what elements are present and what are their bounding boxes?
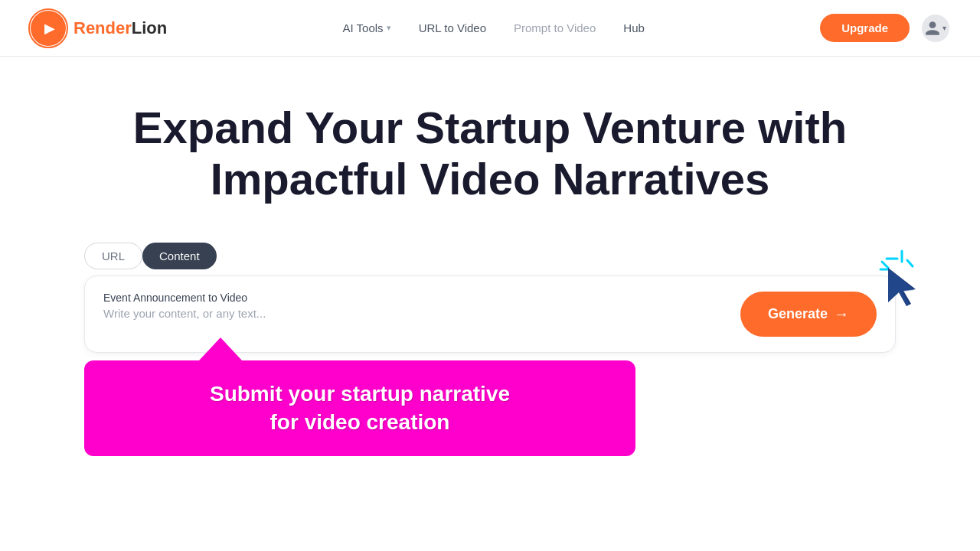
tooltip-text: Submit your startup narrative for video … (115, 380, 605, 436)
tab-group: URL Content (84, 243, 896, 269)
hero-title: Expand Your Startup Venture with Impactf… (31, 103, 949, 204)
input-label: Event Announcement to Video (103, 292, 728, 304)
nav-hub[interactable]: Hub (623, 21, 645, 34)
logo-text: RenderLion (74, 18, 167, 38)
navbar: RenderLion AI Tools ▾ URL to Video Promp… (0, 0, 980, 57)
nav-prompt-to-video[interactable]: Prompt to Video (514, 21, 596, 34)
input-area: Event Announcement to Video Write your c… (103, 292, 728, 320)
nav-ai-tools[interactable]: AI Tools ▾ (343, 21, 391, 34)
arrow-icon: → (834, 305, 849, 323)
upgrade-button[interactable]: Upgrade (820, 14, 910, 42)
tooltip-arrow (199, 337, 242, 360)
input-section: URL Content Event Announcement to Video … (84, 243, 896, 456)
chevron-down-icon: ▾ (387, 23, 391, 33)
avatar-chevron-icon: ▾ (942, 24, 946, 32)
nav-url-to-video[interactable]: URL to Video (419, 21, 486, 34)
nav-right: Upgrade ▾ (820, 14, 949, 42)
svg-line-4 (882, 262, 888, 268)
main-content: Expand Your Startup Venture with Impactf… (0, 57, 980, 456)
logo-icon (31, 11, 66, 46)
svg-line-2 (907, 260, 913, 266)
logo[interactable]: RenderLion (31, 11, 167, 46)
svg-marker-6 (888, 268, 914, 306)
tooltip-container: Submit your startup narrative for video … (84, 337, 896, 456)
tab-url[interactable]: URL (84, 243, 142, 269)
input-placeholder-text: Write your content, or any text... (103, 307, 728, 320)
cursor-icon (865, 245, 934, 314)
tooltip-box: Submit your startup narrative for video … (84, 360, 635, 456)
tab-content[interactable]: Content (142, 243, 217, 269)
user-avatar[interactable]: ▾ (922, 15, 949, 42)
nav-links: AI Tools ▾ URL to Video Prompt to Video … (343, 21, 645, 34)
generate-button[interactable]: Generate → (740, 292, 877, 337)
cursor-pointer (865, 245, 934, 317)
